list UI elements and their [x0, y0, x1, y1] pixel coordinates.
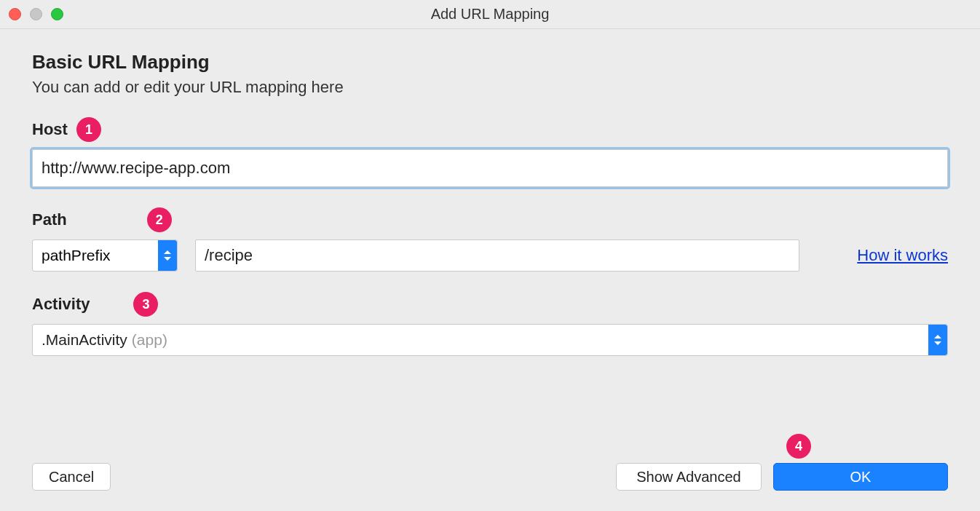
path-input[interactable] — [195, 239, 799, 272]
host-label-row: Host 1 — [32, 117, 948, 142]
section-heading: Basic URL Mapping — [32, 51, 948, 74]
host-label: Host — [32, 120, 68, 139]
titlebar: Add URL Mapping — [0, 0, 980, 29]
close-icon[interactable] — [9, 8, 21, 20]
host-input[interactable] — [32, 149, 948, 187]
window-controls — [9, 8, 63, 20]
cancel-button[interactable]: Cancel — [32, 463, 111, 491]
how-it-works-link[interactable]: How it works — [857, 246, 948, 265]
host-input-wrap — [32, 149, 948, 187]
dialog-content: Basic URL Mapping You can add or edit yo… — [0, 29, 980, 511]
window-title: Add URL Mapping — [0, 6, 980, 23]
minimize-icon — [30, 8, 42, 20]
step-badge-4: 4 — [786, 434, 811, 459]
activity-value: .MainActivity — [42, 331, 127, 349]
maximize-icon[interactable] — [51, 8, 63, 20]
path-type-value: pathPrefix — [42, 247, 111, 264]
path-row: pathPrefix How it works — [32, 239, 948, 272]
path-label: Path — [32, 210, 67, 229]
dialog-window: Add URL Mapping Basic URL Mapping You ca… — [0, 0, 980, 511]
activity-select[interactable]: .MainActivity (app) — [32, 324, 948, 356]
path-label-row: Path 2 — [32, 207, 948, 232]
ok-button[interactable]: OK — [773, 463, 948, 491]
section-subheading: You can add or edit your URL mapping her… — [32, 78, 948, 97]
activity-label: Activity — [32, 295, 90, 314]
chevron-updown-icon — [158, 240, 177, 271]
ok-button-wrap: 4 OK — [773, 463, 948, 491]
chevron-updown-icon — [928, 325, 947, 355]
step-badge-3: 3 — [133, 292, 158, 317]
path-type-select[interactable]: pathPrefix — [32, 239, 178, 272]
step-badge-1: 1 — [76, 117, 101, 142]
activity-label-row: Activity 3 — [32, 292, 948, 317]
dialog-footer: Cancel Show Advanced 4 OK — [32, 448, 948, 496]
show-advanced-button[interactable]: Show Advanced — [616, 463, 762, 491]
step-badge-2: 2 — [147, 207, 172, 232]
activity-suffix: (app) — [132, 331, 167, 349]
